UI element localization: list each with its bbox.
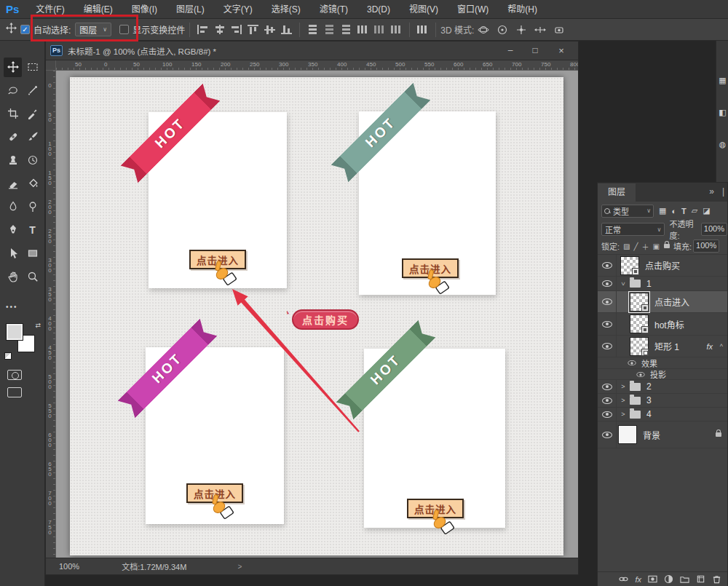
visibility-eye-icon[interactable] xyxy=(602,384,612,390)
new-layer-icon[interactable] xyxy=(696,574,705,584)
align-horizontal-centers-icon[interactable] xyxy=(214,25,225,34)
quick-mask-icon[interactable] xyxy=(7,370,22,380)
visibility-eye-icon[interactable] xyxy=(602,280,612,287)
group-row[interactable]: > 4 xyxy=(598,408,727,421)
filter-kind-smartobject-icon[interactable]: ◪ xyxy=(703,206,710,215)
group-expand-chevron[interactable]: > xyxy=(620,397,627,404)
screen-mode-icon[interactable] xyxy=(7,387,22,397)
visibility-eye-icon[interactable] xyxy=(602,411,612,418)
distribute-bottom-icon[interactable] xyxy=(341,25,352,34)
lock-all-icon[interactable] xyxy=(664,244,670,248)
design-card-bottom-right[interactable]: HOT 点击进入 xyxy=(364,349,505,528)
lasso-tool[interactable] xyxy=(4,81,22,100)
distribute-vertical-icon[interactable] xyxy=(307,25,318,34)
filter-kind-adjustment-icon[interactable]: ◐ xyxy=(671,207,676,215)
distribute-center-icon[interactable] xyxy=(374,25,385,34)
zoom-level[interactable]: 100% xyxy=(59,562,79,571)
3d-scale-icon[interactable] xyxy=(553,24,565,36)
filter-type-dropdown[interactable]: 类型 ∨ xyxy=(601,205,654,218)
healing-brush-tool[interactable] xyxy=(4,127,22,147)
default-colors-icon[interactable] xyxy=(4,352,12,360)
fx-collapse-chevron[interactable]: ^ xyxy=(720,343,723,350)
vertical-ruler[interactable]: 0501001502002503003504004505005506006507… xyxy=(46,71,56,558)
layer-name[interactable]: hot角标 xyxy=(654,318,684,330)
visibility-eye-icon[interactable] xyxy=(602,397,612,404)
layer-name[interactable]: 点击进入 xyxy=(654,296,689,308)
close-button[interactable]: × xyxy=(549,41,574,60)
design-card-top-left[interactable]: HOT 点击进入 xyxy=(149,112,287,288)
layer-row[interactable]: 矩形 1 fx ^ xyxy=(598,336,727,357)
auto-select-checkbox[interactable]: ✓ xyxy=(20,25,30,34)
maximize-button[interactable]: □ xyxy=(523,41,547,60)
group-row[interactable]: > 2 xyxy=(598,380,727,394)
group-expand-chevron[interactable]: > xyxy=(620,411,627,418)
align-vertical-centers-icon[interactable] xyxy=(264,25,275,34)
auto-select-dropdown[interactable]: 图层 ∨ xyxy=(75,23,111,36)
blend-mode-dropdown[interactable]: 正常 ∨ xyxy=(601,223,665,236)
effects-label[interactable]: 效果 xyxy=(641,357,657,369)
dock-panel-icon-2[interactable]: ◧ xyxy=(718,108,727,117)
show-transform-checkbox[interactable] xyxy=(119,25,129,34)
align-right-edges-icon[interactable] xyxy=(231,25,242,34)
tab-layers[interactable]: 图层 xyxy=(598,183,636,202)
paint-bucket-tool[interactable] xyxy=(23,174,41,194)
distribute-middle-icon[interactable] xyxy=(324,25,335,34)
layer-thumbnail[interactable] xyxy=(630,314,649,333)
foreground-color-swatch[interactable] xyxy=(6,323,23,341)
edit-toolbar-icon[interactable]: ••• xyxy=(6,303,18,311)
layer-row-selected[interactable]: 点击进入 xyxy=(598,291,727,313)
visibility-eye-icon[interactable] xyxy=(602,321,612,328)
background-layer-row[interactable]: 背景 xyxy=(598,421,727,448)
layer-name[interactable]: 背景 xyxy=(643,429,660,441)
minimize-button[interactable]: – xyxy=(498,41,523,60)
menu-help[interactable]: 帮助(H) xyxy=(498,0,547,19)
effects-row[interactable]: 效果 xyxy=(598,357,727,369)
brush-tool[interactable] xyxy=(23,127,41,147)
link-layers-icon[interactable] xyxy=(619,574,628,584)
move-tool-preset-icon[interactable] xyxy=(6,23,17,36)
visibility-eye-icon[interactable] xyxy=(602,432,612,438)
layer-thumbnail[interactable] xyxy=(630,293,649,312)
visibility-eye-icon[interactable] xyxy=(602,262,612,269)
horizontal-ruler[interactable]: 5005010015020025030035040045050055060065… xyxy=(56,60,578,71)
layer-thumbnail[interactable] xyxy=(620,256,639,275)
layer-name[interactable]: 点击购买 xyxy=(645,259,680,272)
dodge-tool[interactable] xyxy=(23,197,41,217)
lock-artboard-icon[interactable]: ▣ xyxy=(653,242,660,250)
layer-thumbnail[interactable] xyxy=(618,425,637,444)
3d-roll-icon[interactable] xyxy=(496,24,508,36)
smudge-tool[interactable] xyxy=(4,197,22,217)
menu-window[interactable]: 窗口(W) xyxy=(448,0,498,19)
align-left-edges-icon[interactable] xyxy=(197,25,208,34)
visibility-eye-icon[interactable] xyxy=(628,360,636,365)
filter-kind-image-icon[interactable]: ▦ xyxy=(659,206,666,215)
menu-select[interactable]: 选择(S) xyxy=(262,0,310,19)
eyedropper-tool[interactable] xyxy=(23,104,41,124)
move-tool[interactable] xyxy=(4,58,22,77)
zoom-tool[interactable] xyxy=(23,267,41,287)
buy-button[interactable]: ʻ 点击购买 xyxy=(292,309,359,330)
drop-shadow-label[interactable]: 投影 xyxy=(650,368,666,380)
group-row[interactable]: > 1 xyxy=(598,277,727,291)
distribute-left-icon[interactable] xyxy=(357,25,368,34)
delete-layer-icon[interactable] xyxy=(712,574,721,584)
ruler-origin-corner[interactable] xyxy=(46,60,56,71)
hand-tool[interactable] xyxy=(4,267,22,287)
eraser-tool[interactable] xyxy=(4,174,22,194)
visibility-eye-icon[interactable] xyxy=(602,298,612,305)
layer-style-icon[interactable]: fx xyxy=(635,575,641,584)
swap-colors-icon[interactable]: ⇄ xyxy=(35,322,41,329)
group-name[interactable]: 4 xyxy=(646,409,652,419)
canvas[interactable]: HOT 点击进入 HOT 点击进 xyxy=(70,77,563,555)
align-bottom-edges-icon[interactable] xyxy=(281,25,292,34)
group-name[interactable]: 2 xyxy=(646,381,652,392)
crop-tool[interactable] xyxy=(4,104,22,124)
group-row[interactable]: > 3 xyxy=(598,394,727,408)
visibility-eye-icon[interactable] xyxy=(602,343,612,349)
quick-selection-tool[interactable] xyxy=(23,81,41,100)
group-expand-chevron[interactable]: > xyxy=(620,280,627,288)
menu-layer[interactable]: 图层(L) xyxy=(167,0,214,19)
pen-tool[interactable] xyxy=(4,221,22,240)
menu-3d[interactable]: 3D(D) xyxy=(357,0,400,19)
distribute-spacing-icon[interactable] xyxy=(417,25,428,34)
